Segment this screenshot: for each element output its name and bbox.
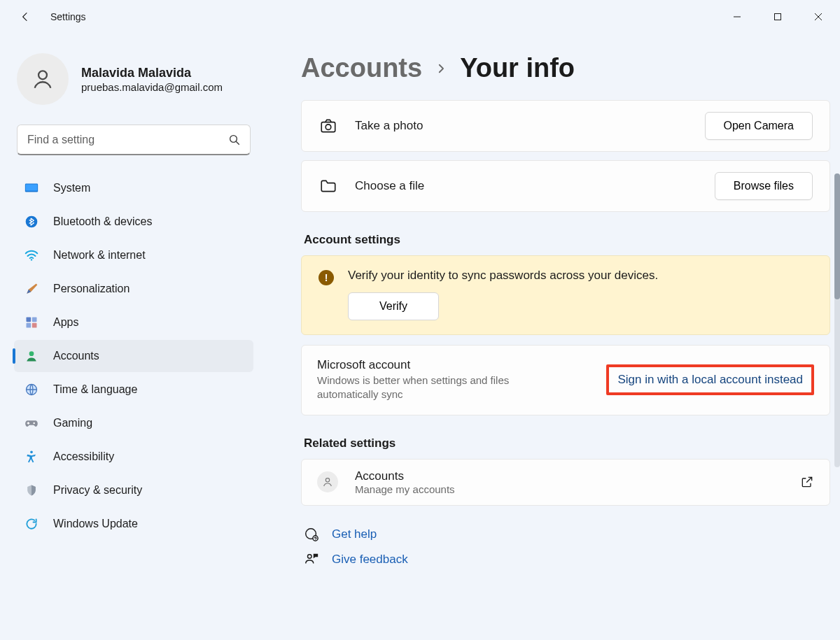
sidebar-item-time-language[interactable]: Time & language [14, 374, 253, 406]
svg-line-6 [236, 141, 239, 145]
give-feedback-label[interactable]: Give feedback [332, 553, 408, 567]
svg-rect-14 [32, 323, 37, 328]
svg-point-24 [308, 554, 312, 558]
back-button[interactable] [11, 3, 39, 31]
sidebar-item-accessibility[interactable]: Accessibility [14, 441, 253, 473]
nav-label: Windows Update [53, 518, 138, 530]
profile-email: pruebas.malavida@gmail.com [81, 81, 223, 93]
take-photo-row: Take a photo Open Camera [301, 100, 830, 152]
svg-rect-11 [27, 318, 31, 322]
choose-file-row: Choose a file Browse files [301, 160, 830, 212]
ms-account-title: Microsoft account [317, 358, 589, 372]
sidebar-item-personalization[interactable]: Personalization [14, 273, 253, 305]
nav-label: Time & language [53, 383, 137, 396]
sidebar-item-network[interactable]: Network & internet [14, 239, 253, 271]
svg-point-10 [31, 259, 32, 260]
sidebar-item-apps[interactable]: Apps [14, 306, 253, 339]
help-icon [304, 527, 319, 542]
system-icon [24, 180, 39, 196]
svg-point-15 [29, 351, 34, 356]
nav-label: Gaming [53, 417, 92, 429]
folder-icon [318, 176, 338, 196]
profile-name: Malavida Malavida [81, 65, 223, 81]
titlebar: Settings [0, 0, 840, 34]
svg-point-4 [38, 71, 47, 79]
svg-rect-19 [321, 122, 335, 132]
sidebar-item-privacy[interactable]: Privacy & security [14, 474, 253, 506]
avatar-icon [17, 53, 69, 105]
give-feedback-link[interactable]: Give feedback [304, 552, 830, 567]
svg-point-17 [33, 422, 34, 424]
shield-icon [24, 483, 39, 498]
gamepad-icon [24, 415, 39, 431]
brush-icon [24, 281, 39, 297]
svg-rect-1 [775, 14, 781, 20]
svg-point-5 [230, 136, 237, 143]
related-accounts-card[interactable]: Accounts Manage my accounts [301, 459, 830, 506]
maximize-button[interactable] [757, 3, 798, 31]
breadcrumb-parent[interactable]: Accounts [301, 53, 422, 83]
open-external-icon [800, 475, 814, 489]
nav-label: System [53, 182, 90, 194]
close-button[interactable] [798, 3, 839, 31]
sidebar-item-accounts[interactable]: Accounts [14, 340, 253, 372]
svg-rect-13 [27, 323, 31, 328]
accounts-icon [24, 348, 39, 364]
warning-icon: ! [318, 270, 334, 285]
window-controls [717, 3, 839, 31]
search-wrap [17, 125, 251, 155]
breadcrumb-current: Your info [460, 53, 575, 83]
svg-point-18 [30, 451, 33, 454]
warning-text: Verify your identity to sync passwords a… [348, 269, 658, 283]
apps-icon [24, 315, 39, 330]
camera-icon [318, 116, 338, 136]
content: Accounts Your info Take a photo Open Cam… [266, 34, 840, 640]
sidebar-item-system[interactable]: System [14, 172, 253, 204]
search-icon [228, 134, 241, 146]
local-account-link[interactable]: Sign in with a local account instead [617, 373, 803, 386]
chevron-right-icon [435, 62, 447, 75]
svg-point-21 [326, 478, 329, 482]
profile-block[interactable]: Malavida Malavida pruebas.malavida@gmail… [14, 50, 253, 120]
svg-point-23 [313, 535, 318, 540]
minimize-button[interactable] [717, 3, 757, 31]
svg-rect-8 [26, 185, 38, 191]
nav-label: Accessibility [53, 450, 114, 463]
wifi-icon [24, 248, 39, 263]
globe-icon [24, 382, 39, 397]
nav-label: Personalization [53, 283, 130, 295]
open-camera-button[interactable]: Open Camera [705, 112, 813, 140]
sidebar-item-gaming[interactable]: Gaming [14, 407, 253, 439]
bluetooth-icon [24, 214, 39, 229]
account-settings-heading: Account settings [304, 233, 830, 247]
accessibility-icon [24, 449, 39, 464]
sidebar-item-bluetooth[interactable]: Bluetooth & devices [14, 206, 253, 238]
nav-label: Bluetooth & devices [53, 215, 152, 228]
nav-label: Apps [53, 316, 78, 329]
get-help-label[interactable]: Get help [332, 527, 377, 541]
search-input[interactable] [17, 125, 251, 155]
nav: System Bluetooth & devices Network & int… [14, 172, 253, 540]
ms-account-sub: Windows is better when settings and file… [317, 374, 555, 402]
window-title: Settings [50, 11, 86, 22]
svg-point-20 [326, 125, 331, 130]
update-icon [24, 516, 39, 532]
verify-identity-banner: ! Verify your identity to sync passwords… [301, 255, 830, 335]
browse-files-button[interactable]: Browse files [715, 172, 813, 200]
scrollbar-thumb[interactable] [834, 173, 840, 299]
related-settings-heading: Related settings [304, 436, 830, 450]
feedback-icon [304, 552, 319, 567]
microsoft-account-card: Microsoft account Windows is better when… [301, 345, 830, 415]
verify-button[interactable]: Verify [348, 292, 439, 320]
footer-links: Get help Give feedback [301, 527, 830, 581]
svg-rect-12 [32, 318, 37, 322]
related-card-title: Accounts [355, 469, 455, 483]
annotation-highlight: Sign in with a local account instead [606, 364, 814, 395]
nav-label: Network & internet [53, 249, 146, 262]
get-help-link[interactable]: Get help [304, 527, 830, 542]
take-photo-label: Take a photo [355, 119, 688, 133]
sidebar-item-windows-update[interactable]: Windows Update [14, 508, 253, 540]
nav-label: Privacy & security [53, 484, 142, 497]
breadcrumb: Accounts Your info [301, 53, 830, 83]
person-icon [317, 471, 338, 492]
